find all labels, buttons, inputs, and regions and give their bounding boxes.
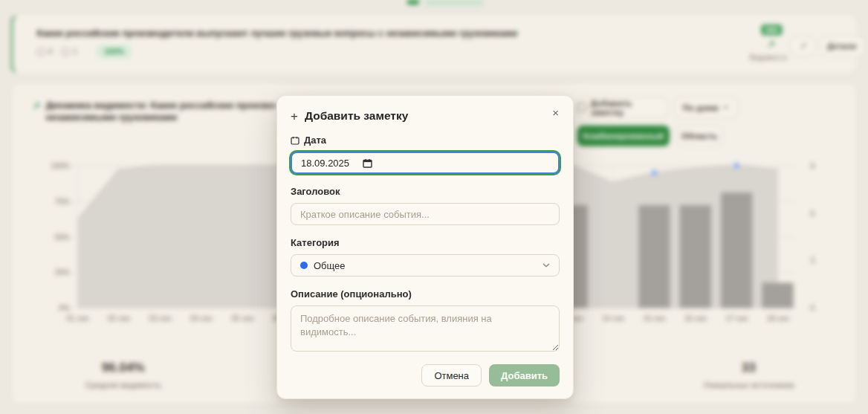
- title-input[interactable]: [291, 203, 560, 225]
- visibility-mini-badge: [761, 25, 782, 35]
- top-mint-chip: [425, 0, 483, 6]
- stat-label: Средняя видимость: [56, 381, 190, 389]
- modal-title: Добавить заметку: [305, 109, 408, 123]
- plus-icon: +: [291, 110, 298, 123]
- x-axis-tick: 15 сен: [636, 314, 672, 323]
- x-axis-tick: 01 сен: [59, 314, 95, 323]
- y-axis-tick-left: 75%: [33, 198, 69, 206]
- x-axis-tick: 03 сен: [142, 314, 178, 323]
- arrow-up-right-icon: ↗: [800, 42, 806, 51]
- meta-value: 0: [48, 47, 52, 56]
- app-root: Какие российские производители выпускают…: [0, 0, 868, 414]
- circle-icon: [62, 48, 70, 56]
- y-axis-tick-left: 25%: [33, 268, 69, 276]
- date-input[interactable]: 18.09.2025: [291, 152, 560, 174]
- modal-footer: Отмена Добавить: [421, 364, 560, 386]
- question-meta: 0 1 100%: [36, 45, 131, 58]
- date-picker-icon[interactable]: [363, 158, 372, 168]
- add-note-modal: + Добавить заметку × Дата 18.09.2025 Заг…: [276, 95, 574, 399]
- top-green-chip: [407, 0, 419, 4]
- chevron-down-icon: [542, 263, 550, 268]
- visibility-label: Видимость: [745, 54, 792, 62]
- stat-label: Уникальных источников: [681, 381, 816, 389]
- question-card: Какие российские производители выпускают…: [10, 14, 857, 74]
- x-axis-tick: 02 сен: [101, 314, 137, 323]
- submit-button[interactable]: Добавить: [489, 364, 560, 386]
- y-axis-tick-left: 0%: [33, 304, 69, 312]
- y-axis-tick-right: 0: [811, 304, 815, 312]
- date-label: Дата: [291, 135, 560, 146]
- description-textarea[interactable]: [291, 305, 560, 352]
- y-axis-tick-left: 50%: [33, 233, 69, 242]
- x-axis-tick: 16 сен: [678, 314, 713, 323]
- y-axis-tick-right: 9: [811, 162, 815, 170]
- x-axis-tick: 17 сен: [719, 314, 754, 323]
- x-axis-tick: 04 сен: [184, 314, 219, 323]
- question-title: Какие российские производители выпускают…: [36, 28, 603, 39]
- y-axis-tick-left: 100%: [33, 162, 69, 170]
- cancel-button[interactable]: Отмена: [421, 364, 482, 386]
- stat-value: 33: [681, 360, 816, 375]
- stat-unique-sources: 33 Уникальных источников: [681, 360, 816, 389]
- meta-value: 1: [73, 47, 77, 56]
- date-value: 18.09.2025: [301, 158, 349, 169]
- details-button[interactable]: Детали: [820, 36, 864, 56]
- x-axis-tick: 14 сен: [595, 314, 631, 323]
- close-icon[interactable]: ×: [548, 105, 563, 120]
- meta-item: 1: [62, 47, 77, 56]
- circle-icon: [36, 48, 45, 56]
- y-axis-tick-right: 3: [811, 257, 815, 265]
- stat-average-visibility: 96.04% Средняя видимость: [56, 360, 190, 389]
- category-select[interactable]: Общее: [291, 254, 560, 276]
- description-label: Описание (опционально): [291, 288, 560, 300]
- x-axis-tick: 05 сен: [224, 314, 260, 323]
- category-value: Общее: [314, 260, 346, 271]
- title-label: Заголовок: [291, 186, 560, 197]
- score-badge: 100%: [97, 45, 132, 58]
- visibility-trend-icon: ↗: [767, 39, 775, 50]
- calendar-icon: [291, 136, 299, 145]
- y-axis-tick-right: 6: [811, 210, 815, 218]
- category-label: Категория: [291, 237, 560, 248]
- stat-value: 96.04%: [56, 360, 190, 375]
- modal-header: + Добавить заметку: [291, 109, 560, 123]
- x-axis-tick: 18 сен: [760, 314, 796, 323]
- meta-item: 0: [36, 47, 52, 56]
- open-question-button[interactable]: ↗: [789, 36, 816, 56]
- category-color-dot: [300, 262, 308, 269]
